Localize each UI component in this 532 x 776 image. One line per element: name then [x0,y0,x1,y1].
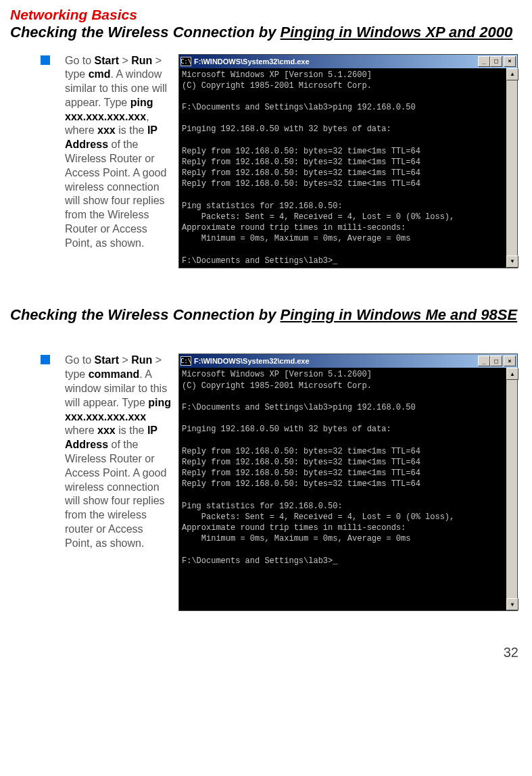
close-button[interactable]: × [504,56,516,67]
maximize-button[interactable]: □ [490,356,502,366]
scroll-down-icon[interactable]: ▼ [506,256,518,268]
section-heading-1: Checking the Wireless Connection by Ping… [10,23,522,42]
bullet-icon [41,55,50,65]
instr2-b3: command [89,368,140,380]
instr2-t2: > [119,354,131,366]
close-button[interactable]: × [504,356,516,366]
cmd-output-1[interactable]: Microsoft Windows XP [Version 5.1.2600] … [179,68,506,268]
cmd-title-2: F:\WINDOWS\System32\cmd.exe [194,357,478,365]
instruction-2: Go to Start > Run > type command. A wind… [65,354,173,550]
instr2-b5: xxx [97,425,116,436]
instr1-t7: of the Wireless Router or Access Point. … [65,139,166,249]
cmd-body-wrap-1: Microsoft Windows XP [Version 5.1.2600] … [179,68,517,268]
instr2-t7: of the Wireless Router or Access Point. … [65,439,166,549]
cmd-titlebar-2[interactable]: C:\ F:\WINDOWS\System32\cmd.exe _ □ × [179,354,517,368]
heading-1-underline: Pinging in Windows XP and 2000 [281,24,513,41]
cmd-output-2[interactable]: Microsoft Windows XP [Version 5.1.2600] … [179,368,506,610]
heading-1-text: Checking the Wireless Connection by [10,24,281,41]
page-title: Networking Basics [10,7,522,23]
instr2-b2: Run [131,354,152,366]
instr1-t6: is the [116,124,147,136]
section-heading-2: Checking the Wireless Connection by Ping… [10,306,522,324]
window-buttons-1: _ □ × [478,56,516,67]
minimize-button[interactable]: _ [478,356,490,366]
scroll-up-icon[interactable]: ▲ [506,368,518,380]
instr1-b3: cmd [89,68,111,80]
maximize-button[interactable]: □ [490,56,502,67]
instr1-b5: xxx [97,124,116,136]
cmd-prompt-icon: C:\ [180,356,191,366]
section-1: Go to Start > Run > type cmd. A window s… [10,54,522,268]
instr1-t1: Go to [65,55,95,66]
instruction-1: Go to Start > Run > type cmd. A window s… [65,54,173,251]
cmd-titlebar-1[interactable]: C:\ F:\WINDOWS\System32\cmd.exe _ □ × [179,55,517,68]
cmd-title-1: F:\WINDOWS\System32\cmd.exe [194,57,478,66]
instr2-t5: where [65,425,97,436]
heading-2-text: Checking the Wireless Connection by [10,306,281,323]
instr2-t6: is the [116,425,147,436]
cmd-body-wrap-2: Microsoft Windows XP [Version 5.1.2600] … [179,368,517,610]
scrollbar-2[interactable]: ▲ ▼ [506,368,517,610]
cmd-window-1: C:\ F:\WINDOWS\System32\cmd.exe _ □ × Mi… [178,54,518,268]
page-number: 32 [0,625,532,667]
instr1-b2: Run [131,55,152,66]
bullet-icon [41,355,50,364]
instr1-t2: > [119,55,131,66]
scrollbar-1[interactable]: ▲ ▼ [506,68,517,268]
instr1-b1: Start [95,55,119,66]
scroll-down-icon[interactable]: ▼ [506,598,518,610]
section-2: Go to Start > Run > type command. A wind… [10,354,522,611]
document-page: Networking Basics Checking the Wireless … [0,0,532,625]
cmd-window-2: C:\ F:\WINDOWS\System32\cmd.exe _ □ × Mi… [178,354,518,611]
heading-2-underline: Pinging in Windows Me and 98SE [281,306,518,323]
minimize-button[interactable]: _ [478,56,490,67]
cmd-prompt-icon: C:\ [180,57,191,66]
instr2-b1: Start [95,354,119,366]
window-buttons-2: _ □ × [478,356,516,366]
scroll-up-icon[interactable]: ▲ [506,68,518,80]
instr2-t1: Go to [65,354,95,366]
